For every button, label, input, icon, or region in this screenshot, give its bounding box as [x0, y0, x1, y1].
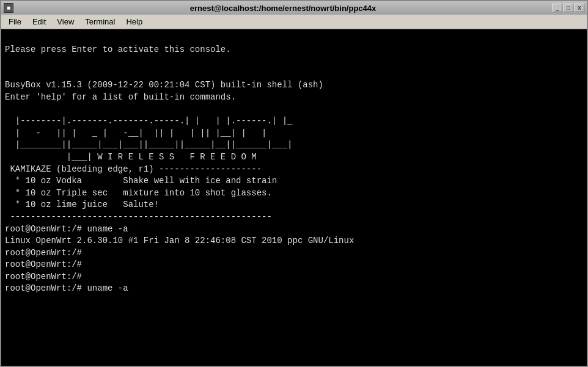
window-icon: ■ [4, 3, 13, 13]
terminal-area[interactable]: Please press Enter to activate this cons… [1, 29, 587, 366]
minimize-button[interactable]: _ [553, 4, 562, 12]
title-bar-buttons: _ □ X [553, 4, 584, 12]
menu-help[interactable]: Help [121, 16, 147, 27]
maximize-button[interactable]: □ [564, 4, 573, 12]
close-button[interactable]: X [575, 4, 584, 12]
title-bar: ■ ernest@localhost:/home/ernest/nowrt/bi… [1, 1, 587, 15]
menu-bar: File Edit View Terminal Help [1, 15, 587, 29]
title-bar-left: ■ [4, 3, 13, 13]
menu-edit[interactable]: Edit [28, 16, 51, 27]
window-title: ernest@localhost:/home/ernest/nowrt/bin/… [190, 4, 377, 13]
menu-view[interactable]: View [52, 16, 79, 27]
terminal-content: Please press Enter to activate this cons… [5, 44, 583, 366]
terminal-window: ■ ernest@localhost:/home/ernest/nowrt/bi… [0, 0, 588, 367]
menu-terminal[interactable]: Terminal [80, 16, 120, 27]
menu-file[interactable]: File [4, 16, 26, 27]
